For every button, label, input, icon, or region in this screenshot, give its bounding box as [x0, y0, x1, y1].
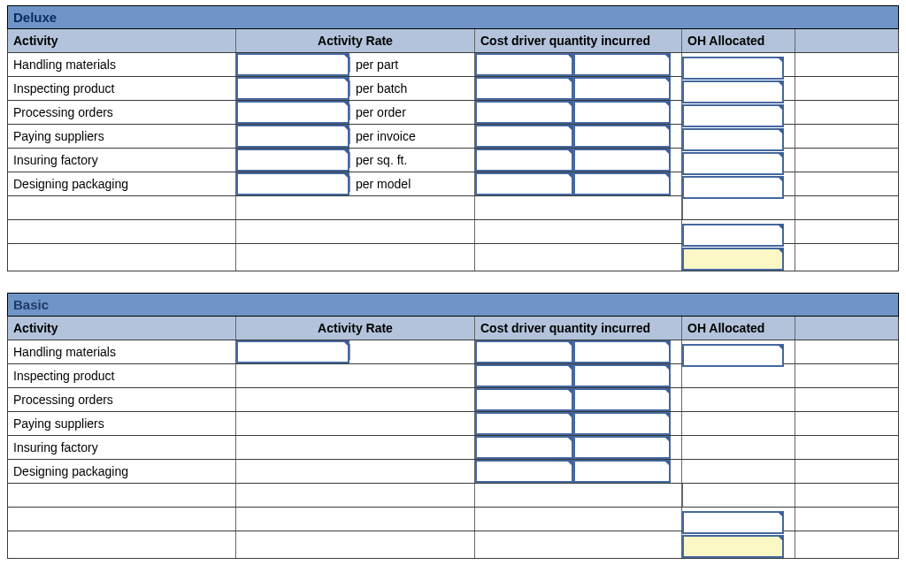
table-row: Processing orders per order: [7, 101, 899, 125]
col-oh-allocated: OH Allocated: [682, 317, 795, 340]
col-activity-rate: Activity Rate: [236, 29, 475, 52]
total-row: [7, 244, 899, 271]
cost-input-a[interactable]: [475, 436, 573, 459]
col-activity-rate: Activity Rate: [236, 317, 475, 340]
cost-input-a[interactable]: [475, 460, 573, 483]
table-row: Insuring factory per sq. ft.: [7, 149, 899, 172]
section-title: Deluxe: [7, 5, 899, 29]
cost-input-a[interactable]: [475, 364, 573, 387]
table-row: Inspecting product per batch: [7, 77, 899, 101]
activity-label: Insuring factory: [8, 149, 236, 172]
table-row: Handling materials per part: [7, 53, 899, 77]
section-basic: Basic Activity Activity Rate Cost driver…: [7, 293, 899, 559]
col-blank: [795, 29, 898, 52]
oh-total-input[interactable]: [682, 248, 784, 271]
activity-rate-unit: per sq. ft.: [349, 152, 469, 168]
cost-input-a[interactable]: [475, 101, 573, 124]
cost-input-b[interactable]: [573, 172, 672, 195]
activity-rate-input[interactable]: [236, 53, 349, 76]
oh-input[interactable]: [682, 57, 784, 80]
total-extra-cell: [795, 244, 898, 271]
subtotal-row: [7, 508, 899, 531]
cost-input-b[interactable]: [573, 101, 672, 124]
cost-input-b[interactable]: [573, 436, 672, 459]
section-title: Basic: [7, 293, 899, 317]
cost-input-a[interactable]: [475, 388, 573, 411]
cost-input-a[interactable]: [475, 77, 573, 100]
cost-input-b[interactable]: [573, 77, 672, 100]
table-row: Handling materials: [7, 340, 899, 364]
section-deluxe: Deluxe Activity Activity Rate Cost drive…: [7, 5, 899, 271]
subtotal-row: [7, 220, 899, 244]
cost-input-b[interactable]: [573, 149, 672, 172]
activity-rate-unit: per order: [349, 104, 469, 120]
oh-input[interactable]: [682, 128, 784, 151]
activity-label: Insuring factory: [8, 436, 236, 459]
cost-input-a[interactable]: [475, 172, 573, 195]
table-row: Designing packaging per model: [7, 172, 899, 196]
oh-subtotal-input[interactable]: [682, 224, 784, 247]
col-oh-allocated: OH Allocated: [682, 29, 795, 52]
cost-input-a[interactable]: [475, 412, 573, 435]
activity-label: Designing packaging: [8, 460, 236, 483]
table-row: Paying suppliers: [7, 412, 899, 436]
oh-subtotal-input[interactable]: [682, 511, 784, 534]
activity-rate-unit: per model: [349, 176, 469, 192]
oh-input[interactable]: [682, 80, 784, 103]
col-activity: Activity: [8, 29, 236, 52]
cost-input-b[interactable]: [573, 364, 672, 387]
cost-input-b[interactable]: [573, 412, 672, 435]
spacer-row: [7, 196, 899, 220]
spacer-row: [7, 484, 899, 508]
table-header: Activity Activity Rate Cost driver quant…: [7, 317, 899, 340]
table-row: Processing orders: [7, 388, 899, 412]
oh-cell: [682, 53, 795, 76]
cost-input-a[interactable]: [475, 125, 573, 148]
col-activity: Activity: [8, 317, 236, 340]
cost-input-b[interactable]: [573, 125, 672, 148]
activity-label: Inspecting product: [8, 77, 236, 100]
oh-input[interactable]: [682, 176, 784, 199]
activity-label: Inspecting product: [8, 364, 236, 387]
oh-input[interactable]: [682, 104, 784, 127]
cost-input-b[interactable]: [573, 53, 672, 76]
activity-label: Processing orders: [8, 388, 236, 411]
col-cost-driver: Cost driver quantity incurred: [475, 317, 682, 340]
activity-label: Designing packaging: [8, 172, 236, 195]
cost-input-a[interactable]: [475, 53, 573, 76]
table-row: Designing packaging: [7, 460, 899, 484]
activity-rate-input[interactable]: [236, 101, 349, 124]
table-header: Activity Activity Rate Cost driver quant…: [7, 29, 899, 53]
cost-input-a[interactable]: [475, 149, 573, 172]
activity-label: Processing orders: [8, 101, 236, 124]
activity-rate-unit: [349, 344, 469, 360]
activity-label: Handling materials: [8, 53, 236, 76]
table-row: Paying suppliers per invoice: [7, 125, 899, 149]
activity-rate-unit: per batch: [349, 80, 469, 96]
activity-rate-input[interactable]: [236, 340, 349, 363]
activity-label: Paying suppliers: [8, 125, 236, 148]
cost-input-a[interactable]: [475, 340, 573, 363]
table-row: Inspecting product: [7, 364, 899, 388]
activity-rate-input[interactable]: [236, 125, 349, 148]
col-blank: [795, 317, 898, 340]
cost-input-b[interactable]: [573, 388, 672, 411]
cost-cell: [475, 53, 682, 76]
col-cost-driver: Cost driver quantity incurred: [475, 29, 682, 52]
activity-rate-input[interactable]: [236, 149, 349, 172]
activity-label: Paying suppliers: [8, 412, 236, 435]
activity-rate-input[interactable]: [236, 77, 349, 100]
oh-input[interactable]: [682, 152, 784, 175]
activity-rate-unit: per invoice: [349, 128, 469, 144]
total-extra-cell: [795, 531, 898, 558]
page: Deluxe Activity Activity Rate Cost drive…: [0, 0, 906, 559]
oh-input[interactable]: [682, 344, 784, 367]
activity-rate-unit: per part: [349, 57, 469, 73]
activity-rate-cell: per part: [236, 53, 475, 76]
activity-rate-input[interactable]: [236, 172, 349, 195]
oh-total-input[interactable]: [682, 535, 784, 558]
cost-input-b[interactable]: [573, 340, 672, 363]
activity-label: Handling materials: [8, 340, 236, 363]
blank-cell: [795, 53, 898, 76]
cost-input-b[interactable]: [573, 460, 672, 483]
